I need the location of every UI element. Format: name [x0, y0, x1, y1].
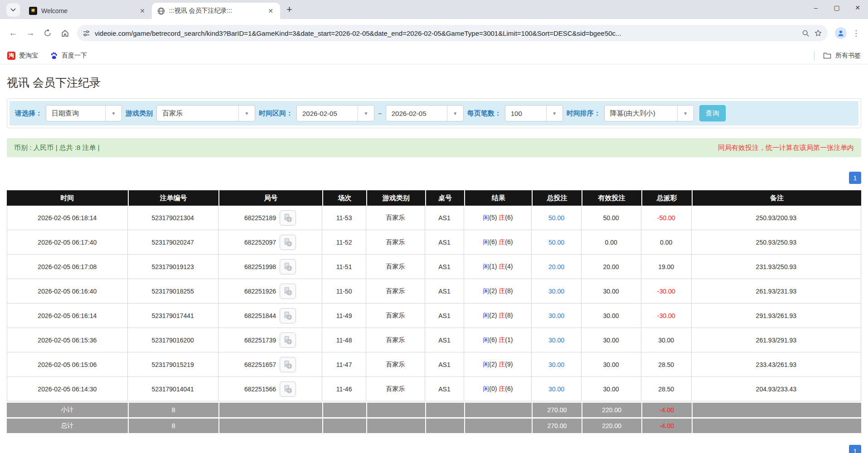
video-replay-button[interactable] — [280, 333, 296, 348]
total-bet-link[interactable]: 30.00 — [548, 337, 564, 344]
cell-bet-id: 523179015219 — [128, 352, 218, 377]
column-header: 桌号 — [425, 190, 465, 206]
range-separator: ~ — [378, 110, 382, 117]
subtotal-row-cell: 8 — [128, 401, 218, 417]
bookmark-taobao[interactable]: 淘 爱淘宝 — [7, 52, 38, 60]
cell-session: 11-51 — [322, 255, 366, 279]
total-row-cell: -4.00 — [641, 417, 692, 433]
cell-result: 闲(6) 庄(1) — [464, 328, 532, 352]
url-text[interactable]: videoie.com/game/betrecord_search/kind3?… — [95, 29, 797, 37]
cell-payout: 30.00 — [641, 328, 692, 352]
valid-bet-notice: 同局有效投注，统一计算在该局第一张注单内 — [718, 144, 854, 152]
cell-time: 2026-02-05 06:16:40 — [7, 279, 128, 304]
total-bet-link[interactable]: 20.00 — [548, 263, 564, 270]
forward-button[interactable]: → — [23, 25, 38, 41]
cell-table-no: AS1 — [425, 377, 465, 401]
back-button[interactable]: ← — [5, 25, 21, 41]
video-replay-button[interactable] — [280, 210, 296, 226]
cell-table-no: AS1 — [425, 352, 465, 377]
tab-bet-records[interactable]: :::视讯 会员下注纪录::: ✕ — [152, 3, 280, 19]
cell-total-bet: 30.00 — [532, 352, 581, 377]
sort-select[interactable]: 降冪(由大到小) ▼ — [604, 105, 694, 121]
reload-button[interactable] — [40, 25, 55, 41]
cell-game-kind: 百家乐 — [366, 352, 425, 377]
bookmark-star-icon[interactable] — [814, 29, 822, 37]
video-replay-button[interactable] — [280, 381, 296, 397]
address-bar[interactable]: videoie.com/game/betrecord_search/kind3?… — [77, 25, 828, 41]
table-row: 2026-02-05 06:17:08523179019123682251998… — [7, 255, 861, 279]
round-id-group: 682251657 — [218, 357, 322, 372]
video-replay-button[interactable] — [280, 284, 296, 299]
total-bet-link[interactable]: 50.00 — [548, 214, 564, 222]
cell-table-no: AS1 — [425, 304, 465, 328]
column-header: 场次 — [322, 190, 366, 206]
page-number-button[interactable]: 1 — [849, 172, 861, 184]
query-type-select[interactable]: 日期查询 ▼ — [46, 105, 122, 121]
per-page-select[interactable]: 100 ▼ — [505, 105, 563, 121]
result-player-label: 闲 — [483, 385, 489, 392]
subtotal-row-cell: 270.00 — [532, 401, 581, 417]
tab-close-icon[interactable]: ✕ — [137, 6, 147, 15]
site-settings-icon[interactable] — [82, 29, 90, 37]
video-file-icon — [283, 213, 293, 223]
game-kind-label: 游戏类别 — [126, 109, 153, 118]
result-player-count: (5) — [489, 214, 497, 221]
cell-round-id: 682251657 — [218, 352, 323, 377]
bookmark-label: 百度一下 — [62, 52, 87, 60]
video-replay-button[interactable] — [280, 235, 296, 250]
cell-round-id: 682251566 — [218, 377, 323, 401]
folder-icon — [823, 52, 831, 59]
all-bookmarks[interactable]: 所有书签 — [814, 51, 861, 60]
welcome-favicon-icon — [29, 7, 37, 15]
table-header-row: 时间注单编号局号场次游戏类别桌号结果总投注有效投注总派彩备注 — [7, 190, 861, 206]
column-header: 结果 — [464, 190, 532, 206]
currency-summary: 币别 : 人民币 | 总共 :8 注单 | — [14, 144, 100, 152]
tab-welcome[interactable]: Welcome ✕ — [24, 3, 152, 19]
total-bet-link[interactable]: 30.00 — [548, 361, 564, 368]
total-bet-link[interactable]: 50.00 — [548, 239, 564, 246]
home-button[interactable] — [57, 25, 73, 41]
video-replay-button[interactable] — [280, 357, 296, 372]
round-id-text: 682251998 — [244, 263, 276, 270]
close-button[interactable]: ✕ — [847, 4, 868, 11]
cell-total-bet: 50.00 — [532, 206, 581, 230]
tab-search-button[interactable] — [6, 3, 20, 17]
select-type-label: 请选择： — [15, 109, 42, 118]
column-header: 时间 — [7, 190, 128, 206]
cell-game-kind: 百家乐 — [366, 255, 425, 279]
browser-menu-button[interactable]: ⋮ — [852, 29, 860, 38]
total-bet-link[interactable]: 30.00 — [548, 312, 564, 319]
cell-payout: 28.50 — [641, 352, 692, 377]
cell-game-kind: 百家乐 — [366, 304, 425, 328]
total-bet-link[interactable]: 30.00 — [548, 288, 564, 295]
maximize-button[interactable]: ▢ — [826, 4, 847, 11]
result-player-label: 闲 — [483, 263, 489, 270]
bookmark-baidu[interactable]: 百度一下 — [50, 52, 87, 60]
profile-avatar[interactable] — [835, 27, 847, 39]
video-replay-button[interactable] — [280, 259, 296, 275]
search-button[interactable]: 查询 — [699, 105, 726, 121]
subtotal-row-cell — [464, 401, 532, 417]
date-start-select[interactable]: 2026-02-05 ▼ — [296, 105, 374, 121]
cell-payout: -30.00 — [641, 279, 692, 304]
zoom-indicator-icon[interactable] — [802, 29, 810, 37]
cell-total-bet: 20.00 — [532, 255, 581, 279]
round-id-group: 682251926 — [218, 284, 322, 299]
cell-bet-id: 523179020247 — [128, 230, 218, 255]
page-title: 视讯 会员下注纪录 — [7, 75, 861, 90]
date-end-select[interactable]: 2026-02-05 ▼ — [386, 105, 464, 121]
cell-total-bet: 50.00 — [532, 230, 581, 255]
reload-icon — [44, 29, 52, 37]
game-kind-select[interactable]: 百家乐 ▼ — [156, 105, 255, 121]
minimize-button[interactable]: – — [805, 4, 826, 11]
cell-total-bet: 30.00 — [532, 328, 581, 352]
tab-close-icon[interactable]: ✕ — [266, 6, 276, 15]
new-tab-button[interactable]: + — [286, 4, 292, 15]
cell-result: 闲(2) 庄(8) — [464, 279, 532, 304]
column-header: 游戏类别 — [366, 190, 425, 206]
video-replay-button[interactable] — [280, 308, 296, 323]
page-number-button[interactable]: 1 — [849, 445, 861, 453]
chevron-down-icon: ▼ — [447, 106, 463, 121]
total-bet-link[interactable]: 30.00 — [548, 386, 564, 393]
window-controls: – ▢ ✕ — [805, 0, 868, 15]
